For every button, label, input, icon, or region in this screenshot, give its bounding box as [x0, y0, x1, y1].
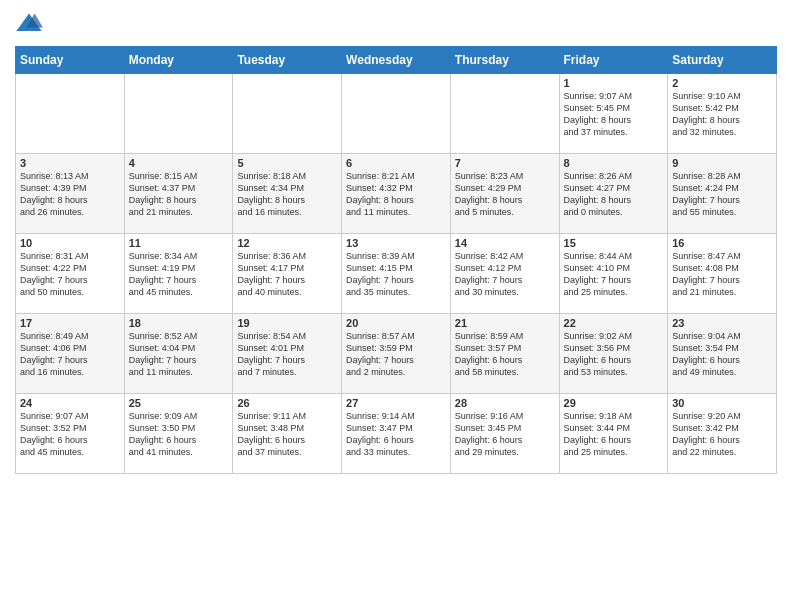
day-info: Sunrise: 8:15 AM Sunset: 4:37 PM Dayligh… [129, 170, 229, 219]
calendar-cell: 24Sunrise: 9:07 AM Sunset: 3:52 PM Dayli… [16, 394, 125, 474]
calendar-cell [16, 74, 125, 154]
weekday-header-saturday: Saturday [668, 47, 777, 74]
day-number: 3 [20, 157, 120, 169]
day-info: Sunrise: 8:57 AM Sunset: 3:59 PM Dayligh… [346, 330, 446, 379]
calendar-cell: 26Sunrise: 9:11 AM Sunset: 3:48 PM Dayli… [233, 394, 342, 474]
calendar-body: 1Sunrise: 9:07 AM Sunset: 5:45 PM Daylig… [16, 74, 777, 474]
day-info: Sunrise: 8:23 AM Sunset: 4:29 PM Dayligh… [455, 170, 555, 219]
logo [15, 10, 45, 38]
day-number: 8 [564, 157, 664, 169]
page: SundayMondayTuesdayWednesdayThursdayFrid… [0, 0, 792, 484]
day-info: Sunrise: 9:20 AM Sunset: 3:42 PM Dayligh… [672, 410, 772, 459]
day-info: Sunrise: 8:21 AM Sunset: 4:32 PM Dayligh… [346, 170, 446, 219]
calendar-cell: 25Sunrise: 9:09 AM Sunset: 3:50 PM Dayli… [124, 394, 233, 474]
day-info: Sunrise: 9:11 AM Sunset: 3:48 PM Dayligh… [237, 410, 337, 459]
day-number: 24 [20, 397, 120, 409]
logo-icon [15, 10, 43, 38]
day-info: Sunrise: 8:54 AM Sunset: 4:01 PM Dayligh… [237, 330, 337, 379]
day-number: 7 [455, 157, 555, 169]
day-info: Sunrise: 8:26 AM Sunset: 4:27 PM Dayligh… [564, 170, 664, 219]
day-info: Sunrise: 8:31 AM Sunset: 4:22 PM Dayligh… [20, 250, 120, 299]
calendar-cell: 21Sunrise: 8:59 AM Sunset: 3:57 PM Dayli… [450, 314, 559, 394]
calendar-cell: 18Sunrise: 8:52 AM Sunset: 4:04 PM Dayli… [124, 314, 233, 394]
calendar-cell [233, 74, 342, 154]
day-info: Sunrise: 9:10 AM Sunset: 5:42 PM Dayligh… [672, 90, 772, 139]
calendar-cell: 7Sunrise: 8:23 AM Sunset: 4:29 PM Daylig… [450, 154, 559, 234]
calendar-cell: 14Sunrise: 8:42 AM Sunset: 4:12 PM Dayli… [450, 234, 559, 314]
day-number: 15 [564, 237, 664, 249]
calendar-cell: 1Sunrise: 9:07 AM Sunset: 5:45 PM Daylig… [559, 74, 668, 154]
day-number: 13 [346, 237, 446, 249]
day-number: 12 [237, 237, 337, 249]
weekday-header-monday: Monday [124, 47, 233, 74]
week-row-2: 3Sunrise: 8:13 AM Sunset: 4:39 PM Daylig… [16, 154, 777, 234]
weekday-header-tuesday: Tuesday [233, 47, 342, 74]
calendar-cell: 20Sunrise: 8:57 AM Sunset: 3:59 PM Dayli… [342, 314, 451, 394]
day-number: 26 [237, 397, 337, 409]
day-number: 9 [672, 157, 772, 169]
calendar-cell [450, 74, 559, 154]
day-info: Sunrise: 8:47 AM Sunset: 4:08 PM Dayligh… [672, 250, 772, 299]
day-number: 30 [672, 397, 772, 409]
day-number: 1 [564, 77, 664, 89]
day-info: Sunrise: 9:02 AM Sunset: 3:56 PM Dayligh… [564, 330, 664, 379]
day-info: Sunrise: 9:14 AM Sunset: 3:47 PM Dayligh… [346, 410, 446, 459]
calendar-cell: 3Sunrise: 8:13 AM Sunset: 4:39 PM Daylig… [16, 154, 125, 234]
calendar: SundayMondayTuesdayWednesdayThursdayFrid… [15, 46, 777, 474]
day-number: 17 [20, 317, 120, 329]
day-number: 6 [346, 157, 446, 169]
week-row-3: 10Sunrise: 8:31 AM Sunset: 4:22 PM Dayli… [16, 234, 777, 314]
calendar-cell: 22Sunrise: 9:02 AM Sunset: 3:56 PM Dayli… [559, 314, 668, 394]
day-info: Sunrise: 8:18 AM Sunset: 4:34 PM Dayligh… [237, 170, 337, 219]
day-info: Sunrise: 9:18 AM Sunset: 3:44 PM Dayligh… [564, 410, 664, 459]
weekday-header-wednesday: Wednesday [342, 47, 451, 74]
day-number: 14 [455, 237, 555, 249]
day-number: 18 [129, 317, 229, 329]
calendar-cell: 27Sunrise: 9:14 AM Sunset: 3:47 PM Dayli… [342, 394, 451, 474]
calendar-cell: 15Sunrise: 8:44 AM Sunset: 4:10 PM Dayli… [559, 234, 668, 314]
calendar-cell: 9Sunrise: 8:28 AM Sunset: 4:24 PM Daylig… [668, 154, 777, 234]
day-number: 29 [564, 397, 664, 409]
day-number: 22 [564, 317, 664, 329]
day-info: Sunrise: 8:36 AM Sunset: 4:17 PM Dayligh… [237, 250, 337, 299]
day-info: Sunrise: 8:52 AM Sunset: 4:04 PM Dayligh… [129, 330, 229, 379]
calendar-cell: 11Sunrise: 8:34 AM Sunset: 4:19 PM Dayli… [124, 234, 233, 314]
calendar-cell: 28Sunrise: 9:16 AM Sunset: 3:45 PM Dayli… [450, 394, 559, 474]
header [15, 10, 777, 38]
day-number: 4 [129, 157, 229, 169]
day-info: Sunrise: 9:16 AM Sunset: 3:45 PM Dayligh… [455, 410, 555, 459]
weekday-header-friday: Friday [559, 47, 668, 74]
day-number: 28 [455, 397, 555, 409]
week-row-1: 1Sunrise: 9:07 AM Sunset: 5:45 PM Daylig… [16, 74, 777, 154]
day-number: 20 [346, 317, 446, 329]
day-info: Sunrise: 9:04 AM Sunset: 3:54 PM Dayligh… [672, 330, 772, 379]
calendar-cell: 10Sunrise: 8:31 AM Sunset: 4:22 PM Dayli… [16, 234, 125, 314]
day-number: 2 [672, 77, 772, 89]
day-info: Sunrise: 8:59 AM Sunset: 3:57 PM Dayligh… [455, 330, 555, 379]
day-info: Sunrise: 8:28 AM Sunset: 4:24 PM Dayligh… [672, 170, 772, 219]
day-number: 27 [346, 397, 446, 409]
calendar-cell: 5Sunrise: 8:18 AM Sunset: 4:34 PM Daylig… [233, 154, 342, 234]
day-number: 11 [129, 237, 229, 249]
day-number: 16 [672, 237, 772, 249]
calendar-cell: 29Sunrise: 9:18 AM Sunset: 3:44 PM Dayli… [559, 394, 668, 474]
calendar-cell: 8Sunrise: 8:26 AM Sunset: 4:27 PM Daylig… [559, 154, 668, 234]
day-info: Sunrise: 8:13 AM Sunset: 4:39 PM Dayligh… [20, 170, 120, 219]
calendar-cell: 17Sunrise: 8:49 AM Sunset: 4:06 PM Dayli… [16, 314, 125, 394]
calendar-cell: 6Sunrise: 8:21 AM Sunset: 4:32 PM Daylig… [342, 154, 451, 234]
calendar-cell: 2Sunrise: 9:10 AM Sunset: 5:42 PM Daylig… [668, 74, 777, 154]
day-number: 25 [129, 397, 229, 409]
day-info: Sunrise: 8:42 AM Sunset: 4:12 PM Dayligh… [455, 250, 555, 299]
day-number: 19 [237, 317, 337, 329]
calendar-cell: 30Sunrise: 9:20 AM Sunset: 3:42 PM Dayli… [668, 394, 777, 474]
day-info: Sunrise: 9:07 AM Sunset: 3:52 PM Dayligh… [20, 410, 120, 459]
week-row-4: 17Sunrise: 8:49 AM Sunset: 4:06 PM Dayli… [16, 314, 777, 394]
week-row-5: 24Sunrise: 9:07 AM Sunset: 3:52 PM Dayli… [16, 394, 777, 474]
day-info: Sunrise: 8:49 AM Sunset: 4:06 PM Dayligh… [20, 330, 120, 379]
day-number: 21 [455, 317, 555, 329]
day-info: Sunrise: 8:44 AM Sunset: 4:10 PM Dayligh… [564, 250, 664, 299]
day-info: Sunrise: 9:09 AM Sunset: 3:50 PM Dayligh… [129, 410, 229, 459]
calendar-cell: 13Sunrise: 8:39 AM Sunset: 4:15 PM Dayli… [342, 234, 451, 314]
day-info: Sunrise: 8:39 AM Sunset: 4:15 PM Dayligh… [346, 250, 446, 299]
calendar-cell: 12Sunrise: 8:36 AM Sunset: 4:17 PM Dayli… [233, 234, 342, 314]
